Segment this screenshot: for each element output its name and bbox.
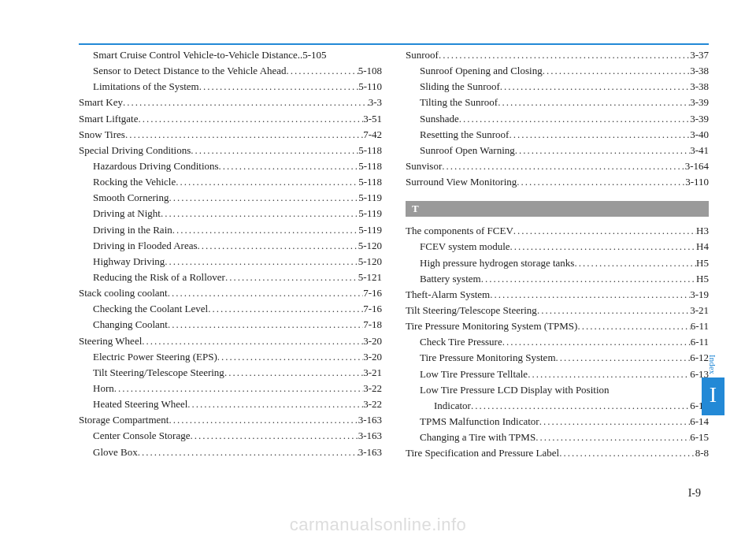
index-entry-page: 3-21 <box>363 365 382 381</box>
right-column: Sunroof3-37Sunroof Opening and Closing3-… <box>406 47 709 461</box>
leader-dots <box>224 365 363 381</box>
leader-dots <box>577 318 690 334</box>
index-entry-page: 5-118 <box>358 174 382 190</box>
index-entry-page: 3-19 <box>690 287 709 303</box>
leader-dots <box>191 143 358 158</box>
index-entry-page: 3-164 <box>685 158 709 174</box>
leader-dots <box>176 174 358 190</box>
leader-dots <box>168 285 364 301</box>
index-entry-page: 6-11 <box>691 318 709 334</box>
index-entry-label: Smart Key <box>79 95 123 110</box>
index-entry: Tilt Steering/Telescope Steering3-21 <box>406 303 709 318</box>
index-entry-page: 7-16 <box>363 285 382 301</box>
index-entry: Heated Steering Wheel3-22 <box>79 396 382 412</box>
leader-dots <box>125 127 363 143</box>
index-entry-label: Limitations of the System <box>93 79 199 95</box>
index-entry: Glove Box3-163 <box>79 444 382 460</box>
index-entry-page: 6-15 <box>690 430 709 445</box>
leader-dots <box>490 287 690 303</box>
leader-dots <box>123 95 369 110</box>
index-entry: Storage Compartment3-163 <box>79 412 382 428</box>
index-entry-page: 6-14 <box>690 414 709 430</box>
index-entry-label: Low Tire Pressure Telltale <box>420 366 528 382</box>
index-entry: Changing Coolant7-18 <box>79 317 382 333</box>
index-entry: Low Tire Pressure LCD Display with Posit… <box>406 382 709 398</box>
leader-dots <box>543 63 691 79</box>
index-entry: Tire Pressure Monitoring System (TPMS)6-… <box>406 318 709 334</box>
index-entry-page: 5-105 <box>302 47 326 63</box>
index-entry: Driving in Flooded Areas5-120 <box>79 238 382 254</box>
index-entry-page: 5-118 <box>358 143 382 158</box>
index-entry-page: 5-108 <box>358 63 382 79</box>
index-entry: Low Tire Pressure Telltale6-13 <box>406 366 709 382</box>
side-tab: Index I <box>702 355 724 415</box>
leader-dots <box>556 350 691 366</box>
index-entry-label: Storage Compartment <box>79 412 169 428</box>
leader-dots <box>169 190 358 206</box>
index-entry-page: 5-121 <box>358 270 382 285</box>
index-entry-page: 3-38 <box>690 79 709 95</box>
index-entry-label: Tire Pressure Monitoring System <box>420 350 556 366</box>
leader-dots <box>515 143 690 158</box>
index-entry: Indicator6-13 <box>406 398 709 414</box>
index-entry-label: Smart Liftgate <box>79 111 138 127</box>
index-entry-page: 3-163 <box>358 428 382 444</box>
index-entry-label: High pressure hydrogen storage tanks <box>420 255 574 271</box>
index-entry-page: 7-42 <box>363 127 382 143</box>
top-rule <box>79 43 709 45</box>
index-entry: Smart Liftgate3-51 <box>79 111 382 127</box>
index-entry-label: Sunshade <box>420 111 459 127</box>
index-entry-label: Low Tire Pressure LCD Display with Posit… <box>420 382 610 398</box>
leader-dots <box>510 239 697 255</box>
index-entry-label: Hazardous Driving Conditions <box>93 158 219 174</box>
index-entry-page: 3-39 <box>690 111 709 127</box>
index-entry: Sunroof Open Warning3-41 <box>406 143 709 158</box>
leader-dots <box>459 111 690 127</box>
index-entry-label: Tire Pressure Monitoring System (TPMS) <box>406 318 577 334</box>
index-entry-label: Sliding the Sunroof <box>420 79 500 95</box>
index-entry-label: Smooth Cornering <box>93 190 169 206</box>
section-letter-t: T <box>406 201 709 217</box>
index-entry: Horn3-22 <box>79 381 382 396</box>
index-entry-label: Surround View Monitoring <box>406 174 517 190</box>
index-entry: Limitations of the System5-110 <box>79 79 382 95</box>
leader-dots <box>498 95 690 110</box>
index-entry-label: TPMS Malfunction Indicator <box>420 414 539 430</box>
index-entry-label: Driving in the Rain <box>93 222 172 238</box>
index-entry: Smooth Cornering5-119 <box>79 190 382 206</box>
index-entry-label: Glove Box <box>93 444 138 460</box>
leader-dots <box>513 223 696 239</box>
index-entry: Electric Power Steering (EPS)3-20 <box>79 349 382 365</box>
leader-dots <box>471 398 690 414</box>
index-entry-label: Highway Driving <box>93 254 165 270</box>
index-entry-page: 3-20 <box>363 333 382 349</box>
leader-dots <box>287 63 358 79</box>
index-entry-page: 3-40 <box>690 127 709 143</box>
index-entry-page: 5-110 <box>358 79 382 95</box>
index-entry-label: Tire Specification and Pressure Label <box>406 445 559 461</box>
index-entry: The components of FCEVH3 <box>406 223 709 239</box>
leader-dots <box>442 158 684 174</box>
index-entry-page: 3-51 <box>363 111 382 127</box>
leader-dots <box>198 238 358 254</box>
index-entry-label: Special Driving Conditions <box>79 143 191 158</box>
index-entry-label: Theft-Alarm System <box>406 287 490 303</box>
index-entry: Hazardous Driving Conditions5-118 <box>79 158 382 174</box>
index-entry: Checking the Coolant Level7-16 <box>79 301 382 317</box>
index-entry: FCEV system moduleH4 <box>406 239 709 255</box>
index-entry-label: Checking the Coolant Level <box>93 301 208 317</box>
index-entry: Sunroof Opening and Closing3-38 <box>406 63 709 79</box>
leader-dots <box>539 414 691 430</box>
index-entry-page: 3-37 <box>690 47 709 63</box>
index-entry: Sunvisor3-164 <box>406 158 709 174</box>
index-entry: High pressure hydrogen storage tanksH5 <box>406 255 709 271</box>
index-entry-label: Snow Tires <box>79 127 125 143</box>
index-entry-page: 5-120 <box>358 254 382 270</box>
watermark: carmanualsonline.info <box>0 515 756 535</box>
index-entry: Check Tire Pressure6-11 <box>406 334 709 350</box>
index-entry: Tilt Steering/Telescope Steering3-21 <box>79 365 382 381</box>
index-entry-page: 3-38 <box>690 63 709 79</box>
index-entry-label: Reducing the Risk of a Rollover <box>93 270 225 285</box>
index-entry: Tire Pressure Monitoring System6-12 <box>406 350 709 366</box>
leader-dots <box>142 333 363 349</box>
